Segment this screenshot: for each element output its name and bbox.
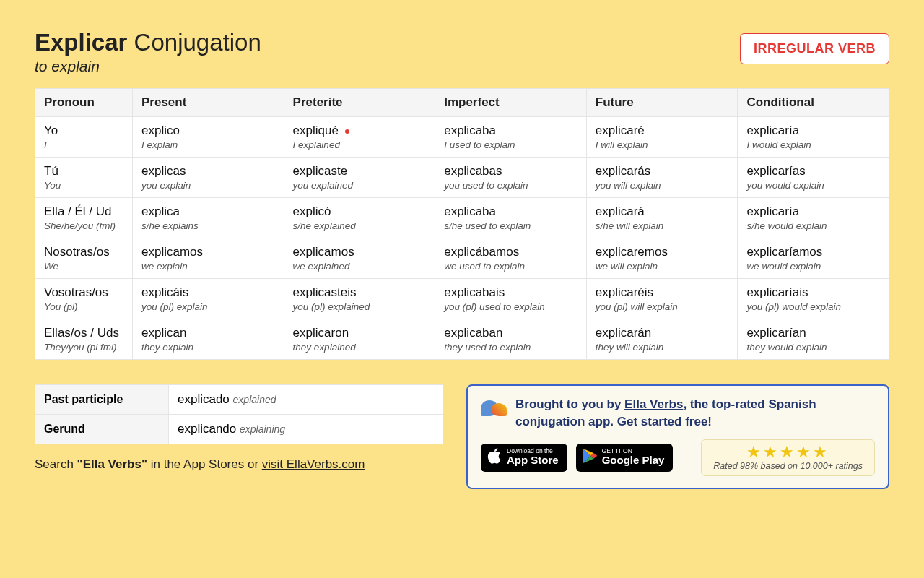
conjugation-cell: explicaríamos we would explain bbox=[738, 238, 889, 279]
google-play-icon bbox=[583, 448, 597, 467]
gerund-label: Gerund bbox=[35, 415, 169, 444]
conjugation-cell: explicaría s/he would explain bbox=[738, 198, 889, 238]
conjugation-cell: explicarías you would explain bbox=[738, 158, 889, 198]
conjugation-cell: explicaréis you (pl) will explain bbox=[586, 279, 738, 319]
conjugation-cell: explicaría I would explain bbox=[738, 117, 889, 158]
conjugation-cell: explicabas you used to explain bbox=[435, 158, 587, 198]
past-participle-label: Past participle bbox=[35, 385, 169, 415]
conjugation-cell: explican they explain bbox=[133, 319, 284, 360]
promo-box: Brought to you by Ella Verbs, the top-ra… bbox=[466, 384, 889, 489]
conjugation-cell: explicaba I used to explain bbox=[435, 117, 587, 158]
conjugation-table: PronounPresentPreteriteImperfectFutureCo… bbox=[35, 88, 889, 360]
bottom-row: Past participle explicado explained Geru… bbox=[35, 384, 889, 489]
conjugation-cell: expliqué I explained bbox=[284, 117, 435, 158]
pronoun-cell: Ella / Él / UdShe/he/you (fml) bbox=[35, 198, 133, 238]
column-header: Future bbox=[586, 89, 738, 117]
page-title: Explicar Conjugation bbox=[35, 29, 261, 56]
conjugation-cell: explicaste you explained bbox=[284, 158, 435, 198]
conjugation-cell: explicaremos we will explain bbox=[586, 238, 738, 279]
column-header: Pronoun bbox=[35, 89, 133, 117]
conjugation-cell: explicó s/he explained bbox=[284, 198, 435, 238]
conjugation-cell: explicasteis you (pl) explained bbox=[284, 279, 435, 319]
table-row: Ella / Él / UdShe/he/you (fml)explica s/… bbox=[35, 198, 889, 238]
table-row: TúYouexplicas you explainexplicaste you … bbox=[35, 158, 889, 198]
conjugation-cell: explico I explain bbox=[133, 117, 284, 158]
conjugation-cell: explicará s/he will explain bbox=[586, 198, 738, 238]
visit-link[interactable]: visit EllaVerbs.com bbox=[262, 457, 365, 471]
column-header: Conditional bbox=[738, 89, 889, 117]
conjugation-cell: explicarás you will explain bbox=[586, 158, 738, 198]
ella-verbs-logo-icon bbox=[481, 396, 508, 423]
past-participle-row: Past participle explicado explained bbox=[35, 385, 443, 415]
apple-icon bbox=[487, 447, 502, 467]
pronoun-cell: Vosotras/osYou (pl) bbox=[35, 279, 133, 319]
irregular-badge: IRREGULAR VERB bbox=[740, 33, 889, 64]
pronoun-cell: Ellas/os / UdsThey/you (pl fml) bbox=[35, 319, 133, 360]
ella-verbs-link[interactable]: Ella Verbs bbox=[624, 397, 683, 411]
column-header: Present bbox=[133, 89, 284, 117]
table-row: YoIexplico I explainexpliqué I explained… bbox=[35, 117, 889, 158]
conjugation-cell: explicamos we explained bbox=[284, 238, 435, 279]
star-icons: ★★★★★ bbox=[713, 444, 863, 460]
irregular-dot-icon bbox=[345, 129, 349, 134]
gerund-row: Gerund explicando explaining bbox=[35, 415, 443, 444]
pronoun-cell: TúYou bbox=[35, 158, 133, 198]
conjugation-cell: explicabais you (pl) used to explain bbox=[435, 279, 587, 319]
conjugation-cell: explicaron they explained bbox=[284, 319, 435, 360]
pronoun-cell: Nosotras/osWe bbox=[35, 238, 133, 279]
header: Explicar Conjugation to explain IRREGULA… bbox=[35, 29, 889, 75]
pronoun-cell: YoI bbox=[35, 117, 133, 158]
column-header: Imperfect bbox=[435, 89, 587, 117]
conjugation-cell: explicaríais you (pl) would explain bbox=[738, 279, 889, 319]
conjugation-cell: explicaré I will explain bbox=[586, 117, 738, 158]
table-row: Vosotras/osYou (pl)explicáis you (pl) ex… bbox=[35, 279, 889, 319]
table-row: Ellas/os / UdsThey/you (pl fml)explican … bbox=[35, 319, 889, 360]
table-row: Nosotras/osWeexplicamos we explainexplic… bbox=[35, 238, 889, 279]
title-block: Explicar Conjugation to explain bbox=[35, 29, 261, 75]
conjugation-cell: explicas you explain bbox=[133, 158, 284, 198]
google-play-button[interactable]: GET IT ON Google Play bbox=[576, 444, 674, 472]
participle-table: Past participle explicado explained Geru… bbox=[35, 384, 443, 444]
verb-translation: to explain bbox=[35, 58, 261, 75]
search-line: Search "Ella Verbs" in the App Stores or… bbox=[35, 457, 443, 472]
conjugation-cell: explica s/he explains bbox=[133, 198, 284, 238]
rating-box: ★★★★★ Rated 98% based on 10,000+ ratings bbox=[701, 439, 875, 476]
rating-text: Rated 98% based on 10,000+ ratings bbox=[713, 461, 863, 471]
conjugation-cell: explicábamos we used to explain bbox=[435, 238, 587, 279]
conjugation-cell: explicáis you (pl) explain bbox=[133, 279, 284, 319]
app-store-button[interactable]: Download on the App Store bbox=[481, 444, 567, 472]
conjugation-cell: explicaba s/he used to explain bbox=[435, 198, 587, 238]
conjugation-cell: explicamos we explain bbox=[133, 238, 284, 279]
column-header: Preterite bbox=[284, 89, 435, 117]
promo-text: Brought to you by Ella Verbs, the top-ra… bbox=[515, 396, 875, 431]
forms-column: Past participle explicado explained Geru… bbox=[35, 384, 443, 472]
conjugation-cell: explicarán they will explain bbox=[586, 319, 738, 360]
conjugation-cell: explicaban they used to explain bbox=[435, 319, 587, 360]
conjugation-cell: explicarían they would explain bbox=[738, 319, 889, 360]
